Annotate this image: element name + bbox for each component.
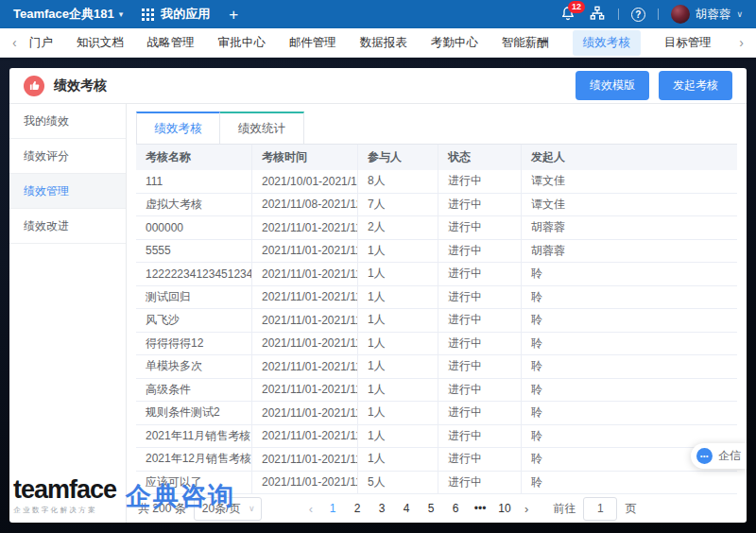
notification-bell-button[interactable]: 12 bbox=[559, 6, 576, 23]
column-header-3: 状态 bbox=[438, 145, 522, 170]
cell-7-0: 得得得得12 bbox=[136, 333, 252, 355]
table-row-12[interactable]: 2021年12月销售考核2021/11/01-2021/11/301人进行中聆 bbox=[136, 448, 737, 472]
app-nav-item-1[interactable]: 知识文档 bbox=[77, 35, 124, 51]
page-button-4[interactable]: 4 bbox=[394, 502, 419, 515]
table-row-10[interactable]: 规则条件测试22021/11/01-2021/11/301人进行中聆 bbox=[136, 402, 737, 425]
add-app-button[interactable]: + bbox=[229, 7, 238, 23]
cell-0-4: 谭文佳 bbox=[522, 170, 737, 193]
table-row-0[interactable]: 1112021/10/01-2021/12/318人进行中谭文佳 bbox=[136, 170, 737, 194]
page-button-6[interactable]: 6 bbox=[443, 502, 468, 515]
sidebar: 我的绩效绩效评分绩效管理绩效改进 bbox=[9, 104, 127, 523]
table-body: 1112021/10/01-2021/12/318人进行中谭文佳虚拟大考核202… bbox=[136, 170, 737, 494]
cell-12-0: 2021年12月销售考核 bbox=[136, 448, 252, 471]
cell-4-4: 聆 bbox=[522, 263, 737, 285]
workspace-switcher[interactable]: Teamface企典181 ▾ bbox=[13, 6, 123, 23]
nav-scroll-right-icon[interactable]: › bbox=[734, 35, 748, 50]
cell-4-2: 1人 bbox=[358, 263, 438, 285]
content-area: 绩效考核绩效统计 考核名称考核时间参与人状态发起人 1112021/10/01-… bbox=[127, 104, 747, 523]
table-row-5[interactable]: 测试回归2021/11/01-2021/11/301人进行中聆 bbox=[136, 286, 737, 310]
cell-13-1: 2021/11/01-2021/11/30 bbox=[252, 472, 358, 494]
cell-8-2: 1人 bbox=[358, 355, 438, 378]
performance-app-icon bbox=[24, 76, 44, 96]
org-chart-button[interactable] bbox=[589, 6, 606, 23]
cell-3-2: 1人 bbox=[358, 240, 438, 263]
cell-2-2: 2人 bbox=[358, 216, 438, 239]
cell-12-1: 2021/11/01-2021/11/30 bbox=[252, 448, 358, 471]
cell-1-1: 2021/11/08-2021/12/07 bbox=[252, 194, 358, 216]
cell-0-0: 111 bbox=[136, 170, 252, 193]
teamface-logo: teamface 企业数字化解决方案 bbox=[13, 477, 116, 515]
cell-11-3: 进行中 bbox=[438, 425, 522, 448]
cell-7-4: 聆 bbox=[522, 333, 737, 355]
app-nav-item-5[interactable]: 数据报表 bbox=[360, 35, 407, 51]
help-icon: ? bbox=[635, 9, 641, 20]
cell-6-2: 1人 bbox=[358, 309, 438, 332]
table-row-9[interactable]: 高级条件2021/11/01-2021/11/301人进行中聆 bbox=[136, 379, 737, 403]
apps-grid-icon bbox=[142, 9, 154, 21]
sidebar-item-0[interactable]: 我的绩效 bbox=[9, 104, 126, 139]
cell-5-0: 测试回归 bbox=[136, 286, 252, 309]
sidebar-item-1[interactable]: 绩效评分 bbox=[9, 139, 126, 174]
tab-1[interactable]: 绩效统计 bbox=[220, 112, 304, 144]
chat-widget[interactable]: ••• 企信 bbox=[691, 443, 747, 469]
cell-0-1: 2021/10/01-2021/12/31 bbox=[252, 170, 358, 193]
cell-9-4: 聆 bbox=[522, 379, 737, 402]
cell-8-4: 聆 bbox=[522, 355, 737, 378]
performance-template-button[interactable]: 绩效模版 bbox=[576, 71, 649, 100]
help-button[interactable]: ? bbox=[631, 8, 645, 22]
chevron-down-icon: ∨ bbox=[736, 9, 743, 19]
cell-1-2: 7人 bbox=[358, 194, 438, 216]
table-row-1[interactable]: 虚拟大考核2021/11/08-2021/12/077人进行中谭文佳 bbox=[136, 194, 737, 217]
start-assessment-button[interactable]: 发起考核 bbox=[659, 71, 732, 100]
app-nav-item-6[interactable]: 考勤中心 bbox=[431, 35, 478, 51]
prev-page-button[interactable]: ‹ bbox=[309, 502, 313, 516]
cell-13-3: 进行中 bbox=[438, 472, 522, 494]
app-nav-item-3[interactable]: 审批中心 bbox=[218, 35, 266, 51]
my-apps-label: 我的应用 bbox=[161, 6, 210, 23]
cell-0-2: 8人 bbox=[358, 170, 438, 193]
cell-1-3: 进行中 bbox=[438, 194, 522, 216]
cell-12-2: 1人 bbox=[358, 448, 438, 471]
next-page-button[interactable]: › bbox=[524, 502, 528, 516]
page-button-3[interactable]: 3 bbox=[369, 502, 394, 515]
cell-1-4: 谭文佳 bbox=[522, 194, 737, 216]
topbar: Teamface企典181 ▾ 我的应用 + 12 bbox=[0, 0, 756, 28]
table-row-4[interactable]: 122222341234512342021/11/01-2021/11/301人… bbox=[136, 263, 737, 286]
page-numbers: 123456•••10 bbox=[320, 502, 517, 515]
app-nav-item-4[interactable]: 邮件管理 bbox=[289, 35, 336, 51]
logo-tagline: 企业数字化解决方案 bbox=[13, 506, 116, 515]
table-row-6[interactable]: 风飞沙2021/11/01-2021/11/301人进行中聆 bbox=[136, 309, 737, 333]
cell-3-0: 5555 bbox=[136, 240, 252, 263]
table-row-3[interactable]: 55552021/11/01-2021/11/301人进行中胡蓉蓉 bbox=[136, 240, 737, 264]
app-nav-item-7[interactable]: 智能薪酬 bbox=[502, 35, 549, 51]
cell-3-4: 胡蓉蓉 bbox=[522, 240, 737, 263]
user-menu[interactable]: 胡蓉蓉 ∨ bbox=[671, 5, 743, 24]
app-nav-item-8[interactable]: 绩效考核 bbox=[573, 30, 641, 56]
page-button-2[interactable]: 2 bbox=[345, 502, 369, 515]
goto-page-input[interactable] bbox=[583, 497, 617, 521]
chevron-down-icon: ▾ bbox=[119, 9, 124, 19]
table-row-11[interactable]: 2021年11月销售考核2021/11/01-2021/11/301人进行中聆 bbox=[136, 425, 737, 449]
sidebar-item-3[interactable]: 绩效改进 bbox=[9, 209, 126, 244]
column-header-4: 发起人 bbox=[522, 145, 737, 170]
nav-scroll-left-icon[interactable]: ‹ bbox=[8, 35, 22, 50]
page-button-1[interactable]: 1 bbox=[320, 502, 345, 515]
table-row-2[interactable]: 0000002021/11/01-2021/11/302人进行中胡蓉蓉 bbox=[136, 216, 737, 240]
page-button-10[interactable]: 10 bbox=[492, 502, 517, 515]
app-nav-item-9[interactable]: 目标管理 bbox=[664, 35, 712, 51]
app-nav-items: 门户知识文档战略管理审批中心邮件管理数据报表考勤中心智能薪酬绩效考核目标管理余测… bbox=[22, 30, 735, 56]
cell-9-2: 1人 bbox=[358, 379, 438, 402]
page-button-5[interactable]: 5 bbox=[419, 502, 443, 515]
my-apps-button[interactable]: 我的应用 bbox=[142, 6, 210, 23]
app-nav-item-0[interactable]: 门户 bbox=[29, 35, 53, 51]
app-nav-item-2[interactable]: 战略管理 bbox=[147, 35, 195, 51]
cell-11-2: 1人 bbox=[358, 425, 438, 448]
tab-0[interactable]: 绩效考核 bbox=[136, 112, 220, 144]
divider bbox=[618, 9, 619, 20]
cell-6-0: 风飞沙 bbox=[136, 309, 252, 332]
more-pages-button[interactable]: ••• bbox=[468, 502, 492, 515]
table-row-7[interactable]: 得得得得122021/11/01-2021/11/301人进行中聆 bbox=[136, 333, 737, 356]
table-row-8[interactable]: 单模块多次2021/11/01-2021/11/301人进行中聆 bbox=[136, 355, 737, 379]
cell-10-0: 规则条件测试2 bbox=[136, 402, 252, 424]
sidebar-item-2[interactable]: 绩效管理 bbox=[9, 174, 126, 209]
